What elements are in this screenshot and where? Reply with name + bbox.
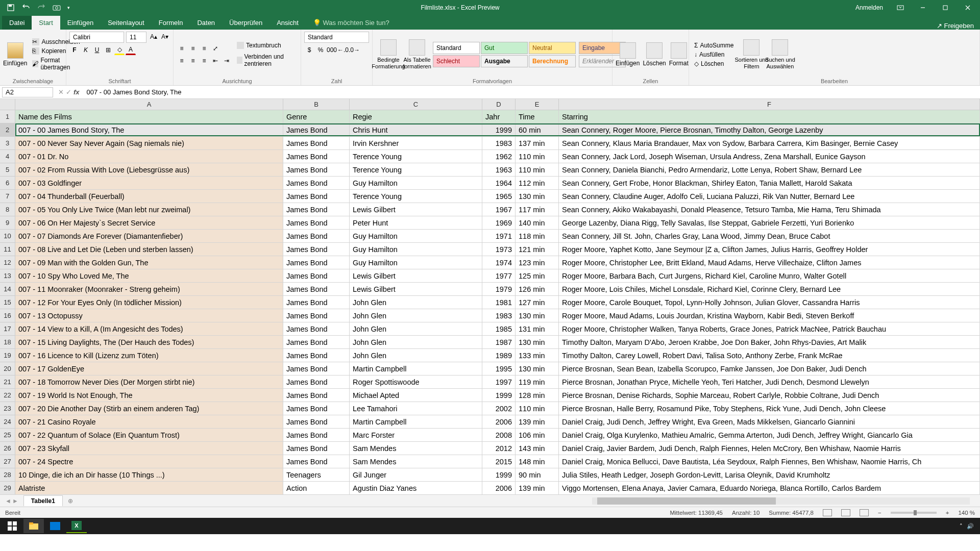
cell[interactable]: 007 - 19 World Is Not Enough, The	[15, 389, 283, 402]
excel-taskbar-icon[interactable]: X	[66, 519, 87, 533]
cell[interactable]: James Bond	[283, 336, 350, 348]
cell[interactable]: Julia Stiles, Heath Ledger, Joseph Gordo…	[559, 468, 980, 481]
indent-decrease-icon[interactable]: ⇤	[210, 56, 220, 66]
cell[interactable]: Sam Mendes	[350, 455, 482, 468]
cell[interactable]: Sean Connery, Gert Frobe, Honor Blackman…	[559, 177, 980, 189]
cell[interactable]: 007 - 12 For Your Eyes Only (In tödliche…	[15, 296, 283, 309]
row-header[interactable]: 15	[0, 296, 15, 309]
cell[interactable]: John Glen	[350, 322, 482, 335]
tab-seitenlayout[interactable]: Seitenlayout	[101, 16, 152, 30]
cell[interactable]: Pierce Brosnan, Denise Richards, Sophie …	[559, 389, 980, 402]
ribbon-options-icon[interactable]	[890, 0, 911, 15]
row-header[interactable]: 12	[0, 256, 15, 269]
maximize-icon[interactable]	[935, 0, 955, 15]
cell[interactable]: 1989	[482, 349, 516, 362]
row-header[interactable]: 23	[0, 402, 15, 415]
undo-icon[interactable]	[21, 3, 31, 12]
wrap-text-button[interactable]: Textumbruch	[235, 41, 298, 50]
table-row[interactable]: 007 - 00 Never Say Never Again (Sag niem…	[15, 137, 980, 150]
table-row[interactable]: 007 - 10 Spy Who Loved Me, TheJames Bond…	[15, 269, 980, 283]
new-sheet-icon[interactable]: ⊕	[63, 497, 78, 505]
cell[interactable]: 1965	[482, 190, 516, 203]
cell[interactable]: Lewis Gilbert	[350, 203, 482, 216]
cell[interactable]: 007 - 15 Living Daylights, The (Der Hauc…	[15, 336, 283, 348]
table-row[interactable]: 007 - 06 On Her Majesty`s Secret Service…	[15, 216, 980, 230]
table-row[interactable]: 007 - 02 From Russia With Love (Liebesgr…	[15, 163, 980, 177]
row-header[interactable]: 29	[0, 482, 15, 494]
name-box[interactable]: A2	[2, 87, 53, 97]
table-row[interactable]: 007 - 09 Man with the Golden Gun, TheJam…	[15, 256, 980, 269]
cell[interactable]: 2012	[482, 442, 516, 455]
cell[interactable]: Agustin Diaz Yanes	[350, 482, 482, 494]
cell[interactable]: Pierce Brosnan, Halle Berry, Rosamund Pi…	[559, 402, 980, 415]
spreadsheet-grid[interactable]: ABCDEF 123456789101112131415161718192021…	[0, 99, 980, 494]
cell[interactable]: Sean Connery, Klaus Maria Brandauer, Max…	[559, 137, 980, 149]
cell[interactable]: Timothy Dalton, Carey Lowell, Robert Dav…	[559, 349, 980, 362]
cell[interactable]: Terence Young	[350, 163, 482, 176]
row-header[interactable]: 3	[0, 137, 15, 150]
insert-cells-button[interactable]: Einfügen	[616, 42, 640, 67]
cell[interactable]: 139 min	[516, 482, 559, 494]
cell[interactable]: 1987	[482, 336, 516, 348]
cell[interactable]: 127 min	[516, 296, 559, 309]
row-header[interactable]: 11	[0, 243, 15, 256]
cell[interactable]: 1995	[482, 362, 516, 375]
header-cell[interactable]: Starring	[559, 110, 980, 123]
underline-button[interactable]: U	[92, 45, 102, 55]
tab-einfuegen[interactable]: Einfügen	[60, 16, 101, 30]
cell[interactable]: James Bond	[283, 309, 350, 322]
row-header[interactable]: 24	[0, 415, 15, 429]
cell[interactable]: Peter Hunt	[350, 216, 482, 229]
cell[interactable]: 130 min	[516, 309, 559, 322]
cell[interactable]: 007 - 16 Licence to Kill (Lizenz zum Töt…	[15, 349, 283, 362]
app-icon[interactable]	[45, 519, 65, 533]
sort-filter-button[interactable]: Sortieren und Filtern	[739, 39, 764, 69]
tab-datei[interactable]: Datei	[2, 16, 32, 30]
table-row[interactable]: 007 - 11 Moonraker (Moonraker - Streng g…	[15, 283, 980, 296]
format-cells-button[interactable]: Format	[669, 42, 689, 67]
cell[interactable]: Martin Campbell	[350, 415, 482, 428]
align-left-icon[interactable]: ≡	[177, 56, 187, 66]
sheet-tab[interactable]: Tabelle1	[23, 495, 63, 506]
cell[interactable]: 1985	[482, 322, 516, 335]
cell[interactable]: Daniel Craig, Olga Kurylenko, Mathieu Am…	[559, 429, 980, 441]
cell[interactable]: 007 - 20 Die Another Day (Stirb an einem…	[15, 402, 283, 415]
cell[interactable]: John Glen	[350, 309, 482, 322]
cell[interactable]: Sean Connery, Claudine Auger, Adolfo Cel…	[559, 190, 980, 203]
align-center-icon[interactable]: ≡	[188, 56, 198, 66]
cell[interactable]: 10 Dinge, die ich an Dir hasse (10 Thing…	[15, 468, 283, 481]
cell[interactable]: James Bond	[283, 216, 350, 229]
cell[interactable]: Sean Connery, Jill St. John, Charles Gra…	[559, 230, 980, 242]
table-row[interactable]: 007 - 00 James Bond Story, TheJames Bond…	[15, 123, 980, 137]
cell[interactable]: Irvin Kershner	[350, 137, 482, 149]
cell[interactable]: Lewis Gilbert	[350, 269, 482, 282]
cell[interactable]: James Bond	[283, 150, 350, 163]
decrease-font-icon[interactable]: A▾	[160, 32, 170, 42]
cell[interactable]: 2006	[482, 482, 516, 494]
row-header[interactable]: 26	[0, 442, 15, 455]
row-header[interactable]: 18	[0, 336, 15, 349]
formula-input[interactable]: 007 - 00 James Bond Story, The	[83, 88, 980, 96]
select-all-corner[interactable]	[0, 99, 15, 110]
row-header[interactable]: 21	[0, 375, 15, 389]
cell[interactable]: 1979	[482, 283, 516, 295]
table-row[interactable]: 007 - 03 GoldfingerJames BondGuy Hamilto…	[15, 177, 980, 190]
conditional-formatting-button[interactable]: Bedingte Formatierung	[376, 39, 401, 69]
normal-view-icon[interactable]	[823, 509, 832, 516]
cell[interactable]: 2008	[482, 429, 516, 441]
cell[interactable]: 007 - 17 GoldenEye	[15, 362, 283, 375]
cell[interactable]: John Glen	[350, 349, 482, 362]
cell[interactable]: 110 min	[516, 163, 559, 176]
cell[interactable]: 1964	[482, 177, 516, 189]
cell[interactable]: 1983	[482, 309, 516, 322]
cell[interactable]: 1973	[482, 243, 516, 256]
borders-button[interactable]: ⊞	[103, 45, 113, 55]
minimize-icon[interactable]	[913, 0, 933, 15]
header-cell[interactable]: Time	[516, 110, 559, 123]
cell[interactable]: James Bond	[283, 123, 350, 136]
cell[interactable]: 007 - 07 Diamonds Are Forever (Diamanten…	[15, 230, 283, 242]
cell[interactable]: Sean Connery, Jack Lord, Joseph Wiseman,…	[559, 150, 980, 163]
cell[interactable]: 137 min	[516, 137, 559, 149]
cell[interactable]: 1977	[482, 269, 516, 282]
share-button[interactable]: ↗ Freigeben	[937, 22, 974, 30]
